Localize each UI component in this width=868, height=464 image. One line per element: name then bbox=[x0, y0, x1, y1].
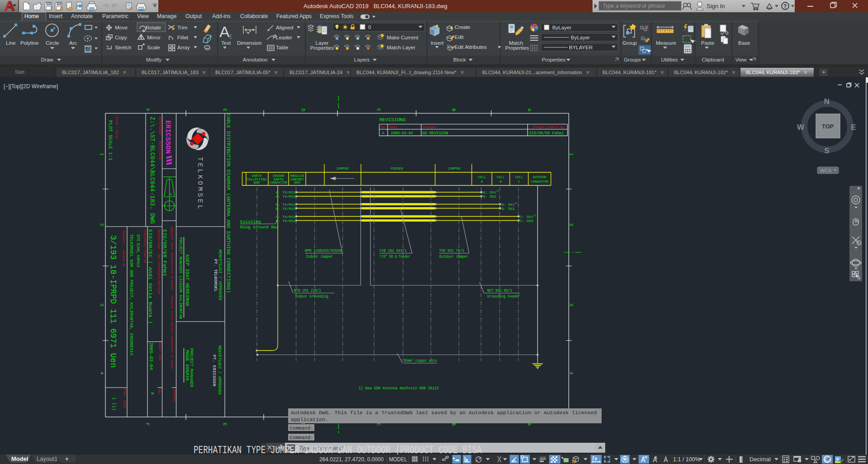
svg-text:Referenser - References: Referenser - References bbox=[158, 117, 161, 160]
svg-text:Blad - Sheet: Blad - Sheet bbox=[123, 388, 126, 408]
svg-text:1: 1 bbox=[99, 153, 104, 156]
svg-text:Polyline: Polyline bbox=[20, 40, 38, 46]
svg-text:4: 4 bbox=[99, 372, 104, 375]
svg-text:A: A bbox=[219, 23, 230, 40]
svg-text:1: 1 bbox=[569, 153, 574, 156]
svg-text:C: TX/RX2: C: TX/RX2 bbox=[276, 219, 295, 223]
svg-text:ERICSSON: ERICSSON bbox=[164, 120, 171, 154]
svg-text:CABLE DISTRIBUTION DIAGRAM (AN: CABLE DISTRIBUTION DIAGRAM (ANTENNA AND … bbox=[226, 114, 231, 293]
svg-text:RPM 1190203/03500: RPM 1190203/03500 bbox=[305, 248, 342, 253]
svg-text:Changes prepared by: Changes prepared by bbox=[533, 125, 564, 129]
svg-text:Text: Text bbox=[221, 40, 231, 46]
svg-text:Utilities: Utilities bbox=[661, 57, 678, 62]
svg-text:E: E bbox=[222, 109, 228, 112]
svg-text:+: + bbox=[65, 455, 69, 462]
svg-text:CELL: CELL bbox=[515, 175, 523, 179]
svg-text:Aligned: Aligned bbox=[276, 25, 293, 30]
svg-text:PERHATIKAN TYPE JUMPER INDOOR: PERHATIKAN TYPE JUMPER INDOOR DAN OUTDOO… bbox=[194, 445, 482, 455]
svg-text:Edit Attributes: Edit Attributes bbox=[455, 44, 487, 50]
svg-text:Ring Ground Bar: Ring Ground Bar bbox=[240, 225, 279, 230]
svg-text:B: B bbox=[451, 109, 456, 112]
svg-text:Command:: Command: bbox=[289, 435, 313, 440]
svg-text:Rev: Rev bbox=[380, 125, 386, 129]
svg-text:Grounding Feeder: Grounding Feeder bbox=[487, 294, 520, 299]
svg-text:2009-03-04: 2009-03-04 bbox=[391, 131, 413, 136]
svg-text:JUMPER: JUMPER bbox=[448, 166, 460, 170]
svg-text:Layers: Layers bbox=[354, 57, 370, 62]
svg-text:EID/OR/ER Fahmi: EID/OR/ER Fahmi bbox=[162, 229, 167, 276]
svg-text:1): 1) bbox=[515, 202, 518, 205]
svg-text:Annotation: Annotation bbox=[243, 57, 268, 62]
svg-text:TOP: TOP bbox=[822, 123, 834, 130]
svg-text:A: TX/RX2: A: TX/RX2 bbox=[276, 194, 295, 199]
svg-text:A: A bbox=[150, 392, 155, 395]
svg-text:FEEDER: FEEDER bbox=[391, 166, 403, 170]
svg-text:View: View bbox=[735, 57, 747, 62]
svg-text:1) New GSM Antenna Kathrein 8: 1) New GSM Antenna Kathrein 800 10123 bbox=[359, 386, 439, 391]
svg-text:E: E bbox=[170, 193, 172, 196]
svg-text:NGT 901 09/2: NGT 901 09/2 bbox=[487, 288, 512, 293]
svg-text:Stretch: Stretch bbox=[115, 45, 131, 50]
svg-text:[−][Top][2D Wireframe]: [−][Top][2D Wireframe] bbox=[4, 83, 58, 90]
svg-text:A: A bbox=[382, 131, 384, 136]
svg-text:Groups: Groups bbox=[624, 57, 641, 62]
svg-text:W: W bbox=[797, 123, 805, 132]
svg-text:B: DX2: B: DX2 bbox=[502, 207, 515, 211]
svg-text:REVISIONS: REVISIONS bbox=[379, 117, 406, 123]
svg-text:Decimal: Decimal bbox=[749, 456, 771, 463]
svg-text:900: 900 bbox=[294, 181, 300, 185]
svg-text:Block: Block bbox=[453, 57, 466, 62]
svg-text:Modify: Modify bbox=[146, 57, 161, 62]
svg-text:BAR: BAR bbox=[254, 181, 260, 185]
svg-text:Fillet: Fillet bbox=[177, 35, 189, 40]
svg-text:1:1 / 100%: 1:1 / 100% bbox=[673, 456, 700, 463]
svg-text:application.: application. bbox=[291, 417, 328, 422]
svg-text:FAB 102 943/1: FAB 102 943/1 bbox=[379, 248, 407, 253]
svg-text:PROJECT MANAGER: PROJECT MANAGER bbox=[189, 348, 194, 387]
svg-text:Datum - Date: Datum - Date bbox=[158, 342, 161, 361]
svg-text:Produktbenamning - Product nam: Produktbenamning - Product name bbox=[143, 229, 146, 263]
svg-text:EID/OR/ER Fahmi: EID/OR/ER Fahmi bbox=[529, 131, 564, 136]
svg-text:Existing: Existing bbox=[240, 219, 261, 224]
svg-text:Z:\.\ST-BLC044\BLC044-183. DWG: Z:\.\ST-BLC044\BLC044-183. DWG bbox=[149, 117, 155, 224]
svg-text:Group: Group bbox=[622, 40, 637, 46]
svg-text:TELKOMSEL: TELKOMSEL bbox=[196, 157, 204, 209]
svg-text:PLOT SCALE 1:1: PLOT SCALE 1:1 bbox=[108, 120, 113, 161]
svg-text:Paste: Paste bbox=[701, 40, 714, 46]
svg-text:Properties: Properties bbox=[542, 57, 566, 62]
svg-text:2: 2 bbox=[99, 223, 104, 227]
svg-text:C: DX2: C: DX2 bbox=[520, 219, 533, 223]
svg-text:CELL: CELL bbox=[497, 175, 504, 179]
svg-text:ByLayer: ByLayer bbox=[552, 25, 571, 30]
svg-text:Outdoor Jumper: Outdoor Jumper bbox=[439, 254, 468, 259]
svg-text:Insert: Insert bbox=[431, 40, 444, 46]
svg-text:ByLayer: ByLayer bbox=[571, 35, 590, 40]
svg-text:WCS: WCS bbox=[820, 168, 832, 173]
svg-text:2: 2 bbox=[569, 223, 574, 227]
svg-text:A: A bbox=[526, 109, 532, 112]
svg-text:NO REVISION: NO REVISION bbox=[422, 131, 448, 136]
svg-text:Uppgjord (aven faktaansvarig o: Uppgjord (aven faktaansvarig om annan) -… bbox=[170, 226, 173, 370]
svg-text:B: DX1: B: DX1 bbox=[502, 203, 515, 207]
svg-text:Copy: Copy bbox=[115, 35, 127, 40]
svg-text:Base: Base bbox=[738, 40, 750, 46]
svg-text:Make Current: Make Current bbox=[387, 35, 418, 40]
svg-text:7/8" 50 Ω feeder: 7/8" 50 Ω feeder bbox=[379, 254, 410, 259]
svg-text:Changes: Changes bbox=[422, 125, 436, 129]
svg-text:A: DX1: A: DX1 bbox=[483, 190, 496, 194]
svg-text:Dokansv/Godk - Doc responsible: Dokansv/Godk - Doc responsible/Approved bbox=[157, 229, 160, 294]
svg-text:Autodesk DWG. This file is a: Autodesk DWG. This file is a TrustedDWG … bbox=[291, 410, 597, 416]
svg-text:PT. ERICSSON: PT. ERICSSON bbox=[212, 355, 217, 386]
svg-text:Trim: Trim bbox=[177, 25, 188, 30]
svg-text:Match Layer: Match Layer bbox=[387, 45, 415, 50]
svg-text:?: ? bbox=[783, 3, 787, 9]
svg-text:C: DX1: C: DX1 bbox=[520, 215, 533, 219]
svg-text:Checked: Checked bbox=[172, 390, 175, 402]
svg-text:Dimension: Dimension bbox=[237, 40, 261, 46]
svg-text:Line: Line bbox=[6, 40, 16, 46]
svg-text:Circle: Circle bbox=[46, 40, 59, 46]
svg-text:EID/OR/EC ( Andi Setia Buana ): EID/OR/EC ( Andi Setia Buana ) bbox=[147, 229, 153, 324]
svg-text:Layout1: Layout1 bbox=[37, 455, 57, 462]
svg-text:264.0221, 27.4720, 0.0000: 264.0221, 27.4720, 0.0000 bbox=[319, 456, 384, 463]
svg-text:Date: Date bbox=[389, 125, 397, 129]
